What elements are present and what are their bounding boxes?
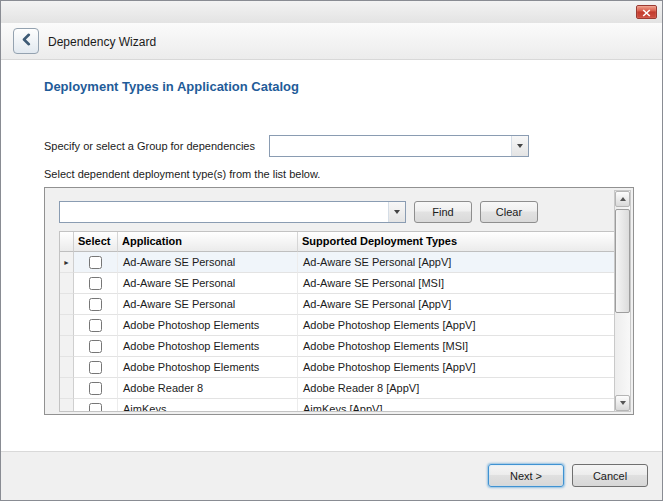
chevron-down-icon [394, 210, 400, 214]
row-checkbox[interactable] [89, 277, 102, 290]
row-checkbox[interactable] [89, 382, 102, 395]
row-selector-cell [60, 378, 74, 399]
row-checkbox[interactable] [89, 298, 102, 311]
application-cell: Ad-Aware SE Personal [118, 273, 298, 294]
clear-button[interactable]: Clear [480, 201, 538, 223]
row-selector-cell [60, 336, 74, 357]
close-button[interactable] [636, 5, 657, 19]
back-button[interactable] [13, 28, 39, 54]
group-combobox-input[interactable] [270, 136, 510, 156]
application-cell: Ad-Aware SE Personal [118, 252, 298, 273]
group-label: Specify or select a Group for dependenci… [44, 135, 255, 157]
table-row[interactable]: Adobe Reader 8 Adobe Reader 8 [AppV] [60, 378, 615, 399]
current-row-icon: ► [63, 259, 70, 266]
table-row[interactable]: Adobe Photoshop Elements Adobe Photoshop… [60, 336, 615, 357]
table-row[interactable]: AimKeys AimKeys [AppV] [60, 399, 615, 412]
application-cell: Adobe Reader 8 [118, 378, 298, 399]
list-instruction-label: Select dependent deployment type(s) from… [44, 168, 320, 180]
column-header-select[interactable]: Select [74, 232, 118, 252]
deployment-type-cell: Ad-Aware SE Personal [AppV] [298, 294, 615, 315]
find-button[interactable]: Find [414, 201, 472, 223]
select-cell [74, 336, 118, 357]
select-cell [74, 399, 118, 412]
row-checkbox[interactable] [89, 361, 102, 374]
application-cell: Adobe Photoshop Elements [118, 336, 298, 357]
select-cell [74, 294, 118, 315]
grid-header-row: Select Application Supported Deployment … [60, 232, 615, 252]
select-cell [74, 357, 118, 378]
window-title: Dependency Wizard [48, 35, 156, 49]
scroll-down-button[interactable] [615, 395, 630, 411]
deployment-type-cell: Adobe Reader 8 [AppV] [298, 378, 615, 399]
wizard-footer: Next > Cancel [1, 451, 662, 500]
table-row[interactable]: Ad-Aware SE Personal Ad-Aware SE Persona… [60, 273, 615, 294]
deployment-type-panel: Find Clear Select Application Supported … [44, 187, 634, 415]
filter-dropdown-button[interactable] [388, 202, 405, 222]
row-checkbox[interactable] [89, 256, 102, 269]
scrollbar-thumb[interactable] [615, 209, 630, 313]
row-checkbox[interactable] [89, 340, 102, 353]
wizard-header: Dependency Wizard [1, 23, 662, 60]
deployment-type-cell: Adobe Photoshop Elements [AppV] [298, 357, 615, 378]
table-row[interactable]: ► Ad-Aware SE Personal Ad-Aware SE Perso… [60, 252, 615, 273]
row-selector-cell [60, 294, 74, 315]
grid-body: ► Ad-Aware SE Personal Ad-Aware SE Perso… [60, 252, 615, 412]
page-title: Deployment Types in Application Catalog [44, 79, 299, 94]
close-icon [642, 3, 651, 21]
deployment-type-cell: Adobe Photoshop Elements [MSI] [298, 336, 615, 357]
back-arrow-icon [20, 32, 33, 50]
deployment-types-grid: Select Application Supported Deployment … [59, 231, 616, 412]
group-dropdown-button[interactable] [511, 136, 528, 156]
deployment-type-cell: Adobe Photoshop Elements [AppV] [298, 315, 615, 336]
scroll-up-button[interactable] [615, 191, 630, 207]
table-row[interactable]: Ad-Aware SE Personal Ad-Aware SE Persona… [60, 294, 615, 315]
filter-combobox-input[interactable] [60, 202, 387, 222]
select-cell [74, 252, 118, 273]
row-selector-cell: ► [60, 252, 74, 273]
wizard-content: Deployment Types in Application Catalog … [1, 60, 662, 451]
deployment-type-cell: Ad-Aware SE Personal [MSI] [298, 273, 615, 294]
titlebar [1, 1, 662, 23]
table-row[interactable]: Adobe Photoshop Elements Adobe Photoshop… [60, 315, 615, 336]
application-cell: AimKeys [118, 399, 298, 412]
select-cell [74, 315, 118, 336]
dependency-wizard-window: Dependency Wizard Deployment Types in Ap… [0, 0, 663, 501]
cancel-button[interactable]: Cancel [572, 464, 648, 487]
next-button[interactable]: Next > [488, 464, 564, 487]
deployment-type-cell: Ad-Aware SE Personal [AppV] [298, 252, 615, 273]
select-cell [74, 378, 118, 399]
row-selector-cell [60, 357, 74, 378]
application-cell: Adobe Photoshop Elements [118, 357, 298, 378]
application-cell: Adobe Photoshop Elements [118, 315, 298, 336]
row-selector-cell [60, 273, 74, 294]
filter-combobox[interactable] [59, 201, 406, 223]
select-cell [74, 273, 118, 294]
row-checkbox[interactable] [89, 319, 102, 332]
arrow-down-icon [620, 401, 626, 405]
table-row[interactable]: Adobe Photoshop Elements Adobe Photoshop… [60, 357, 615, 378]
row-selector-cell [60, 399, 74, 412]
chevron-down-icon [517, 144, 523, 148]
column-header-deployment-types[interactable]: Supported Deployment Types [298, 232, 615, 252]
application-cell: Ad-Aware SE Personal [118, 294, 298, 315]
arrow-up-icon [620, 197, 626, 201]
column-header-application[interactable]: Application [118, 232, 298, 252]
deployment-type-cell: AimKeys [AppV] [298, 399, 615, 412]
group-combobox[interactable] [269, 135, 529, 157]
row-selector-header [60, 232, 74, 252]
row-selector-cell [60, 315, 74, 336]
vertical-scrollbar[interactable] [614, 190, 631, 412]
row-checkbox[interactable] [89, 403, 102, 413]
